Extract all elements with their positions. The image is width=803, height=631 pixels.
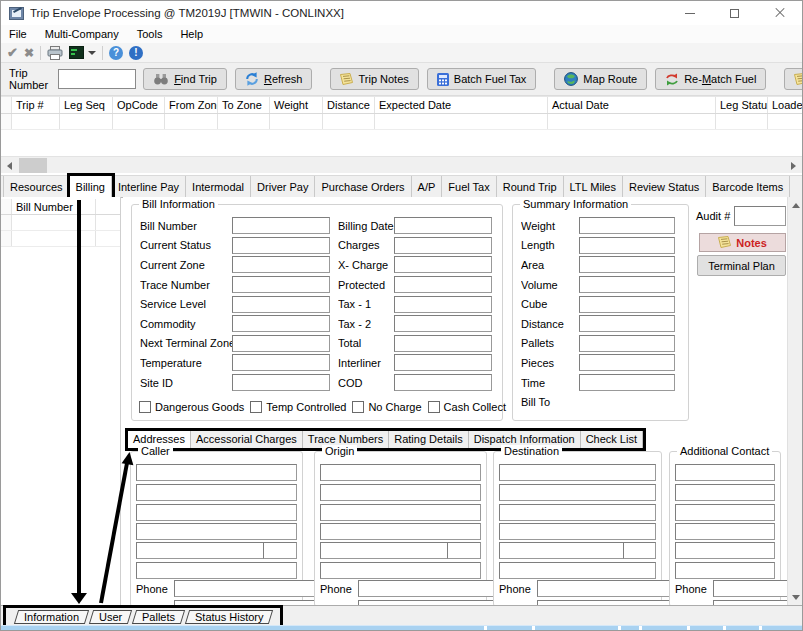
cash-collect-checkbox[interactable]	[428, 401, 440, 413]
origin-address-line-input[interactable]	[320, 464, 481, 481]
origin-address-line-input[interactable]	[320, 484, 481, 501]
col-actual-date[interactable]: Actual Date	[548, 97, 716, 113]
destination-address-line-input[interactable]	[499, 504, 656, 521]
dropdown-caret-icon[interactable]	[88, 51, 96, 55]
tab-check-list[interactable]: Check List	[581, 431, 643, 448]
origin-address-line-input[interactable]	[320, 562, 481, 579]
additional-contact-phone-input[interactable]	[713, 580, 787, 597]
tab-interline-pay[interactable]: Interline Pay	[112, 176, 186, 197]
col-expected-date[interactable]: Expected Date	[375, 97, 548, 113]
service-level-input[interactable]	[232, 296, 330, 313]
tax-1-input[interactable]	[394, 296, 492, 313]
close-icon[interactable]	[757, 1, 802, 25]
scroll-right-icon[interactable]	[785, 157, 802, 174]
rematch-fuel-button[interactable]: Re-Match Fuel	[655, 68, 766, 90]
caller-address-line-input[interactable]	[136, 562, 297, 579]
tab-driver-pay[interactable]: Driver Pay	[251, 176, 315, 197]
origin-phone-input[interactable]	[358, 580, 508, 597]
destination-city-input[interactable]	[499, 542, 626, 559]
tab-round-trip[interactable]: Round Trip	[497, 176, 564, 197]
additional-contact-line-input[interactable]	[675, 523, 775, 540]
destination-address-line-input[interactable]	[499, 523, 656, 540]
menu-help[interactable]: Help	[171, 25, 212, 43]
destination-address-line-input[interactable]	[499, 464, 656, 481]
audit-number-input[interactable]	[734, 206, 786, 226]
site-id-input[interactable]	[232, 374, 330, 391]
caller-city-input[interactable]	[136, 542, 266, 559]
map-route-button[interactable]: Map Route	[554, 68, 647, 90]
area-input[interactable]	[579, 256, 675, 273]
print-icon[interactable]	[47, 46, 63, 60]
caller-phone-input[interactable]	[174, 580, 324, 597]
length-input[interactable]	[579, 237, 675, 254]
scroll-left-icon[interactable]	[1, 157, 18, 174]
tab-rating-details[interactable]: Rating Details	[389, 431, 468, 448]
col-loaded[interactable]: Loaded	[768, 97, 802, 113]
scrollbar-thumb[interactable]	[19, 158, 47, 173]
cube-input[interactable]	[579, 296, 675, 313]
tab-review-status[interactable]: Review Status	[623, 176, 706, 197]
charges-input[interactable]	[394, 237, 492, 254]
bill-list-row[interactable]	[1, 215, 120, 231]
tax-2-input[interactable]	[394, 315, 492, 332]
col-from-zone[interactable]: From Zone	[165, 97, 218, 113]
commodity-input[interactable]	[232, 315, 330, 332]
pallets-input[interactable]	[579, 335, 675, 352]
trip-number-input[interactable]	[58, 69, 136, 89]
tab-status-history[interactable]: Status History	[185, 610, 274, 624]
total-input[interactable]	[394, 335, 492, 352]
tab-pallets[interactable]: Pallets	[132, 610, 185, 624]
cancel-x-icon[interactable]: ✖	[24, 47, 34, 59]
col-bill-number[interactable]: Bill Number	[12, 199, 96, 214]
col-leg-status[interactable]: Leg Status	[716, 97, 768, 113]
col-opcode[interactable]: OpCode	[113, 97, 165, 113]
col-weight[interactable]: Weight	[270, 97, 323, 113]
minimize-icon[interactable]	[667, 1, 712, 25]
x-charge-input[interactable]	[394, 256, 492, 273]
tab-information[interactable]: Information	[14, 610, 89, 624]
additional-contact-line-input[interactable]	[675, 542, 775, 559]
additional-contact-line-input[interactable]	[675, 562, 775, 579]
bill-list-row[interactable]	[1, 231, 120, 247]
temp-controlled-checkbox[interactable]	[250, 401, 262, 413]
vertical-scrollbar[interactable]	[787, 197, 803, 605]
time-input[interactable]	[579, 374, 675, 391]
tab-resources[interactable]: Resources	[3, 176, 70, 197]
additional-contact-line-input[interactable]	[675, 504, 775, 521]
tab-accessorial-charges[interactable]: Accessorial Charges	[191, 431, 303, 448]
refresh-button[interactable]: Refresh	[235, 68, 313, 90]
notes-button[interactable]: Notes	[699, 233, 786, 252]
current-status-input[interactable]	[232, 237, 330, 254]
caller-address-line-input[interactable]	[136, 484, 297, 501]
tab-ap[interactable]: A/P	[412, 176, 443, 197]
maximize-icon[interactable]	[712, 1, 757, 25]
find-trip-button[interactable]: Find Trip	[143, 68, 227, 90]
scroll-down-icon[interactable]	[788, 589, 803, 605]
destination-address-line-input[interactable]	[499, 562, 656, 579]
col-to-zone[interactable]: To Zone	[218, 97, 270, 113]
volume-input[interactable]	[579, 276, 675, 293]
additional-contact-line-input[interactable]	[675, 484, 775, 501]
dangerous-goods-checkbox[interactable]	[139, 401, 151, 413]
horizontal-scrollbar[interactable]	[1, 156, 802, 173]
destination-address-line-input[interactable]	[499, 484, 656, 501]
weight-input[interactable]	[579, 217, 675, 234]
help-icon[interactable]: ?	[109, 46, 123, 60]
distance-input[interactable]	[579, 315, 675, 332]
caller-address-line-input[interactable]	[136, 523, 297, 540]
tab-user[interactable]: User	[89, 610, 133, 624]
confirm-check-icon[interactable]: ✔	[7, 46, 18, 59]
no-charge-checkbox[interactable]	[352, 401, 364, 413]
tab-billing[interactable]: Billing	[70, 176, 112, 197]
col-distance[interactable]: Distance	[323, 97, 375, 113]
caller-address-line-input[interactable]	[136, 464, 297, 481]
trace-number-input[interactable]	[232, 276, 330, 293]
origin-city-input[interactable]	[320, 542, 450, 559]
info-icon[interactable]: !	[129, 46, 143, 60]
billing-notes-button[interactable]: Billing Notes	[784, 68, 803, 90]
terminal-plan-button[interactable]: Terminal Plan	[697, 255, 786, 276]
terminal-icon[interactable]	[69, 46, 84, 59]
tab-purchase-orders[interactable]: Purchase Orders	[315, 176, 411, 197]
col-trip[interactable]: Trip #	[12, 97, 60, 113]
tab-intermodal[interactable]: Intermodal	[186, 176, 251, 197]
